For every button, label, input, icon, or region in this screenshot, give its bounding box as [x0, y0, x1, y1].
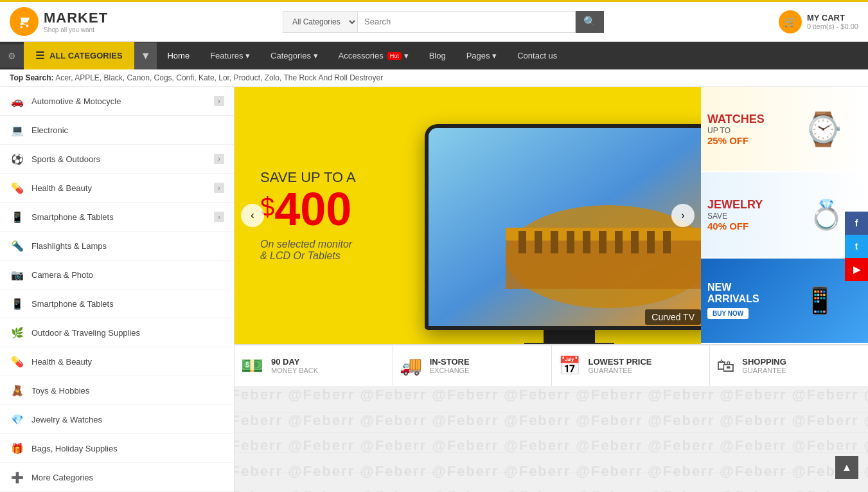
sidebar-label-health: Health & Beauty — [31, 183, 92, 193]
sidebar-item-camera[interactable]: 📷 Camera & Photo — [0, 260, 234, 289]
hero-content: SAVE UP TO A $400 On selected monitor & … — [235, 143, 701, 287]
sidebar-arrow-smartphone: › — [214, 212, 224, 222]
all-categories-button[interactable]: ☰ ALL CATEGORIES — [24, 42, 134, 69]
phones-title-new: NEW — [707, 282, 759, 293]
sidebar-item-health2[interactable]: 💊 Health & Beauty — [0, 347, 234, 376]
sidebar-item-smartphone2[interactable]: 📱 Smartphone & Tablets — [0, 289, 234, 318]
curved-tv-label: Curved TV — [645, 309, 701, 325]
nav-link-contact[interactable]: Contact us — [507, 43, 567, 68]
sidebar-label-flashlights: Flashlights & Lamps — [31, 241, 107, 251]
search-category-select[interactable]: All Categories — [283, 11, 357, 33]
hot-badge: Hot — [387, 52, 402, 60]
hero-slider: ‹ SAVE UP TO A $400 On selected monitor … — [235, 87, 701, 344]
smartphone-icon: 📱 — [10, 209, 25, 224]
sidebar-label-toys: Toys & Hobbies — [31, 386, 89, 396]
cart-label: MY CART — [807, 13, 858, 23]
nav-bar: ⚙ ☰ ALL CATEGORIES ▼ Home Features ▾ Cat… — [0, 42, 868, 69]
sidebar-item-smartphone[interactable]: 📱 Smartphone & Tablets › — [0, 203, 234, 232]
twitter-button[interactable]: t — [845, 235, 868, 258]
exchange-icon: 🚚 — [400, 355, 422, 376]
smartphone2-icon: 📱 — [10, 296, 25, 311]
sidebar-arrow-health: › — [214, 183, 224, 193]
sidebar-arrow-sports: › — [214, 154, 224, 164]
social-sidebar: f t ▶ — [845, 212, 868, 281]
nav-links: Home Features ▾ Categories ▾ Accessories… — [157, 43, 868, 68]
sidebar-item-automotive[interactable]: 🚗 Automotive & Motocycle › — [0, 87, 234, 116]
sidebar-label-sports: Sports & Outdoors — [31, 154, 100, 164]
sidebar-label-smartphone2: Smartphone & Tablets — [31, 299, 114, 309]
feature-sub-money: MONEY BACK — [271, 367, 318, 374]
banner-watches[interactable]: WATCHES UP TO 25% OFF ⌚ — [701, 87, 868, 172]
search-input[interactable] — [357, 11, 576, 33]
sidebar-item-electronic[interactable]: 💻 Electronic — [0, 116, 234, 145]
feature-money-back: 💵 90 DAY MONEY BACK — [235, 345, 393, 386]
nav-link-blog[interactable]: Blog — [419, 43, 456, 68]
sidebar-item-sports[interactable]: ⚽ Sports & Outdoors › — [0, 145, 234, 174]
youtube-button[interactable]: ▶ — [845, 258, 868, 281]
settings-icon[interactable]: ⚙ — [0, 44, 24, 68]
main-layout: 🚗 Automotive & Motocycle › 💻 Electronic … — [0, 87, 868, 492]
nav-link-categories[interactable]: Categories ▾ — [260, 43, 328, 68]
sidebar-label-electronic: Electronic — [31, 125, 68, 135]
nav-link-accessories[interactable]: Accessories Hot ▾ — [328, 43, 419, 68]
nav-link-features[interactable]: Features ▾ — [200, 43, 260, 68]
sidebar-label-health2: Health & Beauty — [31, 357, 92, 367]
logo-sub: Shop all you want — [44, 26, 108, 33]
nav-link-home[interactable]: Home — [157, 43, 200, 68]
sidebar: 🚗 Automotive & Motocycle › 💻 Electronic … — [0, 87, 235, 492]
sidebar-item-outdoor[interactable]: 🌿 Outdoor & Traveling Supplies — [0, 318, 234, 347]
sports-icon: ⚽ — [10, 151, 25, 167]
phones-text: NEW ARRIVALS BUY NOW — [707, 282, 759, 319]
feature-sub-shopping: GUARANTEE — [742, 367, 786, 374]
feature-lowest-price: 📅 LOWEST PRICE GUARANTEE — [552, 345, 711, 386]
sidebar-item-flashlights[interactable]: 🔦 Flashlights & Lamps — [0, 232, 234, 260]
sidebar-arrow-automotive: › — [214, 96, 224, 106]
jewelry-title: JEWELRY — [707, 198, 763, 212]
search-button[interactable]: 🔍 — [576, 11, 604, 33]
watches-text: WATCHES UP TO 25% OFF — [707, 113, 765, 146]
sidebar-item-more[interactable]: ➕ More Categories — [0, 463, 234, 492]
hero-amount: 400 — [274, 183, 351, 235]
feature-shopping: 🛍 SHOPPING GUARANTEE — [710, 345, 868, 386]
jewelry-prefix: SAVE — [707, 212, 763, 221]
sidebar-item-health[interactable]: 💊 Health & Beauty › — [0, 174, 234, 203]
slider-prev-button[interactable]: ‹ — [241, 204, 264, 227]
scroll-to-top-button[interactable]: ▲ — [835, 456, 858, 479]
banner-jewelry[interactable]: JEWELRY SAVE 40% OFF 💍 — [701, 172, 868, 258]
header: MARKET Shop all you want All Categories … — [0, 0, 868, 42]
search-area: All Categories 🔍 — [283, 11, 604, 33]
sidebar-label-more: More Categories — [31, 473, 93, 482]
lowest-price-icon: 📅 — [558, 355, 581, 376]
nav-expand-arrow[interactable]: ▼ — [134, 42, 157, 69]
facebook-button[interactable]: f — [845, 212, 868, 235]
top-search-label: Top Search: — [10, 73, 53, 82]
sidebar-label-jewelry: Jewelry & Watches — [31, 415, 102, 424]
all-categories-label: ALL CATEGORIES — [49, 51, 123, 60]
banner-phones[interactable]: NEW ARRIVALS BUY NOW 📱 — [701, 259, 868, 344]
logo-icon — [10, 7, 39, 36]
sidebar-item-toys[interactable]: 🧸 Toys & Hobbies — [0, 376, 234, 405]
automotive-icon: 🚗 — [10, 93, 25, 109]
right-banners: WATCHES UP TO 25% OFF ⌚ JEWELRY SAVE 40%… — [701, 87, 868, 344]
sidebar-item-bags[interactable]: 🎁 Bags, Holiday Supplies — [0, 434, 234, 463]
nav-link-pages[interactable]: Pages ▾ — [456, 43, 507, 68]
outdoor-icon: 🌿 — [10, 325, 25, 340]
camera-icon: 📷 — [10, 267, 25, 282]
slider-next-button[interactable]: › — [671, 204, 695, 227]
hero-sub-text: On selected monitor & LCD Or Tablets — [260, 239, 675, 262]
cart-icon: 🛒 — [779, 10, 802, 33]
sidebar-label-automotive: Automotive & Motocycle — [31, 96, 121, 106]
watches-title: WATCHES — [707, 113, 765, 126]
feature-sub-exchange: EXCHANGE — [430, 367, 470, 374]
jewelry-discount: 40% OFF — [707, 221, 763, 232]
watches-prefix: UP TO — [707, 126, 765, 135]
cart-area[interactable]: 🛒 MY CART 0 item(s) - $0.00 — [779, 10, 858, 33]
electronic-icon: 💻 — [10, 122, 25, 138]
watches-discount: 25% OFF — [707, 135, 765, 146]
health-icon: 💊 — [10, 180, 25, 196]
sidebar-item-jewelry[interactable]: 💎 Jewelry & Watches — [0, 405, 234, 434]
sidebar-label-bags: Bags, Holiday Supplies — [31, 444, 118, 453]
buy-now-button[interactable]: BUY NOW — [707, 308, 748, 319]
feature-title-price: LOWEST PRICE — [589, 357, 652, 367]
jewelry-icon: 💎 — [10, 412, 25, 427]
